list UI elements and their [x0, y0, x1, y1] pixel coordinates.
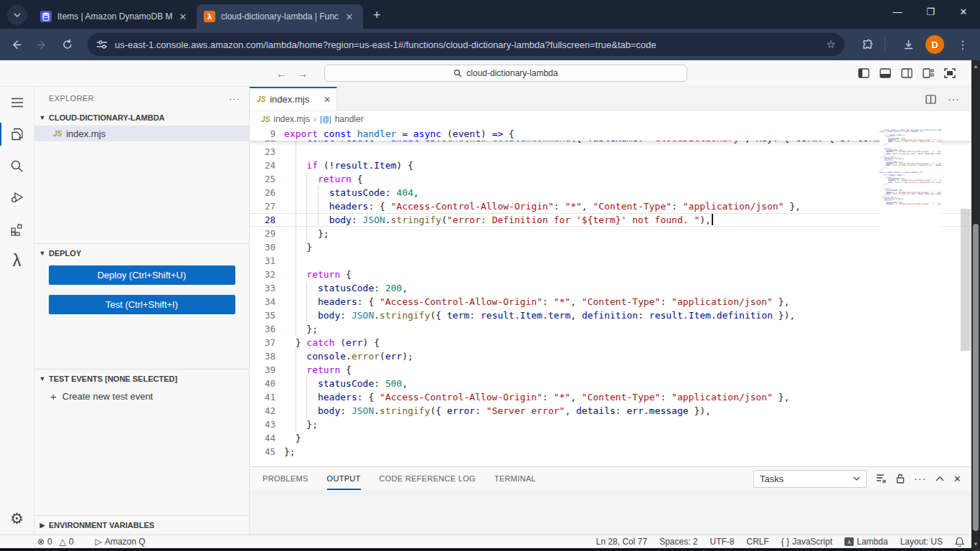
code-line[interactable]: 22 const result = await db.send(new GetI…: [250, 141, 971, 145]
code-editor[interactable]: 9export const handler = async (event) =>…: [250, 127, 971, 466]
editor-scrollbar-thumb[interactable]: [961, 209, 971, 351]
extensions-button[interactable]: [857, 34, 877, 55]
browser-menu-button[interactable]: ⋮: [951, 38, 974, 52]
indentation[interactable]: Spaces: 2: [659, 537, 697, 547]
split-editor-icon[interactable]: [925, 95, 936, 104]
file-item-indexmjs[interactable]: JS index.mjs: [34, 126, 249, 141]
notifications-button[interactable]: [955, 537, 964, 547]
menu-button[interactable]: [0, 87, 34, 118]
toggle-sidebar-icon[interactable]: [858, 68, 870, 78]
code-line[interactable]: 44 }: [250, 431, 971, 445]
lock-icon[interactable]: [896, 474, 905, 484]
restore-button[interactable]: ❐: [914, 0, 947, 23]
refresh-button[interactable]: [57, 34, 77, 55]
maximize-panel-icon[interactable]: [936, 476, 944, 481]
test-events-header[interactable]: ▼ TEST EVENTS [NONE SELECTED]: [34, 369, 249, 388]
code-line[interactable]: 37 } catch (err) {: [250, 336, 971, 349]
code-line[interactable]: 29 };: [250, 227, 971, 240]
code-line[interactable]: 28 body: JSON.stringify("error: Definiti…: [250, 213, 971, 227]
code-line[interactable]: 33 statusCode: 200,: [250, 281, 971, 295]
code-line[interactable]: 41 headers: { "Access-Control-Allow-Orig…: [250, 390, 971, 404]
close-editor-tab-icon[interactable]: ✕: [324, 95, 331, 105]
language-mode[interactable]: { }JavaScript: [781, 537, 832, 547]
test-button[interactable]: Test (Ctrl+Shift+I): [49, 295, 235, 314]
tab-code-reference-log[interactable]: CODE REFERENCE LOG: [380, 467, 476, 490]
new-tab-button[interactable]: +: [373, 8, 381, 23]
editor-more-actions[interactable]: ···: [948, 93, 960, 105]
history-back-icon[interactable]: ←: [276, 67, 287, 80]
settings-button[interactable]: ⚙: [0, 503, 34, 534]
sidebar-item-lambda[interactable]: λ: [0, 245, 34, 276]
close-panel-icon[interactable]: ✕: [953, 474, 961, 484]
code-line[interactable]: 43 };: [250, 418, 971, 431]
problems-status[interactable]: ⊗0 △0: [37, 537, 74, 547]
code-line[interactable]: 31: [250, 254, 971, 268]
scroll-down-icon[interactable]: ▼: [971, 540, 980, 550]
customize-layout-icon[interactable]: [923, 68, 934, 78]
code-line[interactable]: 36 };: [250, 322, 971, 336]
code-line[interactable]: 24 if (!result.Item) {: [250, 159, 971, 172]
toggle-panel-icon[interactable]: [880, 68, 891, 78]
keyboard-layout[interactable]: Layout: US: [900, 537, 943, 547]
output-channel-select[interactable]: Tasks: [753, 470, 867, 488]
tab-terminal[interactable]: TERMINAL: [494, 467, 536, 490]
cursor-position[interactable]: Ln 28, Col 77: [596, 537, 647, 547]
page-scrollbar-thumb[interactable]: [973, 224, 979, 531]
toggle-secondary-sidebar-icon[interactable]: [901, 68, 913, 78]
breadcrumb-file[interactable]: index.mjs: [273, 114, 310, 124]
explorer-more-actions[interactable]: ···: [229, 93, 240, 104]
code-line[interactable]: 45};: [250, 445, 971, 458]
code-line[interactable]: 40 statusCode: 500,: [250, 377, 971, 390]
page-scrollbar[interactable]: ▲ ▼: [971, 60, 980, 551]
code-line[interactable]: 32 return {: [250, 268, 971, 281]
command-center-search[interactable]: cloud-dictionary-lambda: [324, 65, 687, 82]
close-tab-icon[interactable]: ✕: [176, 10, 189, 23]
tab-problems[interactable]: PROBLEMS: [263, 467, 308, 490]
panel-more-actions[interactable]: ···: [914, 473, 926, 484]
runtime-indicator[interactable]: λLambda: [844, 537, 887, 547]
code-lines[interactable]: 2324 if (!result.Item) {25 return {26 st…: [250, 145, 971, 458]
forward-button[interactable]: [32, 34, 52, 55]
code-line[interactable]: 25 return {: [250, 172, 971, 186]
deploy-button[interactable]: Deploy (Ctrl+Shift+U): [49, 265, 235, 285]
create-test-event-button[interactable]: + Create new test event: [34, 388, 249, 404]
sidebar-item-extensions[interactable]: [0, 213, 34, 245]
code-line[interactable]: 35 body: JSON.stringify({ term: result.I…: [250, 309, 971, 322]
history-forward-icon[interactable]: →: [297, 67, 308, 80]
browser-tab-lambda[interactable]: λ cloud-dictionary-lambda | Funct ✕: [197, 4, 363, 29]
downloads-button[interactable]: [898, 34, 918, 55]
encoding[interactable]: UTF-8: [710, 537, 735, 547]
environment-variables-header[interactable]: ▶ ENVIRONMENT VARIABLES: [34, 516, 249, 534]
tab-search-button[interactable]: [7, 5, 27, 25]
close-tab-icon[interactable]: ✕: [343, 10, 356, 23]
code-line[interactable]: 39 return {: [250, 363, 971, 377]
sidebar-item-search[interactable]: [0, 150, 34, 182]
deploy-pane-header[interactable]: ▼ DEPLOY: [34, 244, 249, 263]
tab-output[interactable]: OUTPUT: [327, 467, 361, 490]
code-line[interactable]: 9export const handler = async (event) =>…: [250, 127, 971, 141]
code-line[interactable]: 26 statusCode: 404,: [250, 186, 971, 199]
code-line[interactable]: 38 console.error(err);: [250, 349, 971, 363]
minimize-button[interactable]: —: [881, 0, 914, 23]
scroll-up-icon[interactable]: ▲: [971, 62, 980, 72]
fullscreen-icon[interactable]: [944, 68, 956, 78]
minimap[interactable]: const result = await db.send(new GetItem…: [880, 127, 941, 245]
sticky-scroll-line[interactable]: 9export const handler = async (event) =>…: [250, 127, 971, 141]
browser-tab-dynamodb[interactable]: Items | Amazon DynamoDB Man ✕: [33, 4, 197, 29]
eol-sequence[interactable]: CRLF: [747, 537, 769, 547]
close-window-button[interactable]: ✕: [947, 0, 980, 23]
editor-tab-indexmjs[interactable]: JS index.mjs ✕: [250, 87, 337, 110]
workspace-folder[interactable]: ▼ CLOUD-DICTIONARY-LAMBDA: [34, 110, 249, 126]
sidebar-item-run-debug[interactable]: [0, 182, 34, 213]
amazon-q-status[interactable]: ▷ Amazon Q: [95, 537, 146, 547]
code-line[interactable]: 34 headers: { "Access-Control-Allow-Orig…: [250, 295, 971, 309]
code-line[interactable]: 27 headers: { "Access-Control-Allow-Orig…: [250, 199, 971, 213]
profile-avatar[interactable]: D: [925, 35, 944, 54]
code-line[interactable]: 23: [250, 145, 971, 159]
bookmark-star-icon[interactable]: ☆: [826, 38, 836, 51]
address-bar[interactable]: us-east-1.console.aws.amazon.com/lambda/…: [88, 33, 844, 56]
breadcrumb-symbol[interactable]: handler: [335, 114, 364, 124]
sidebar-item-explorer[interactable]: [0, 118, 34, 150]
clear-output-icon[interactable]: [876, 474, 887, 484]
code-line[interactable]: 30 }: [250, 240, 971, 254]
